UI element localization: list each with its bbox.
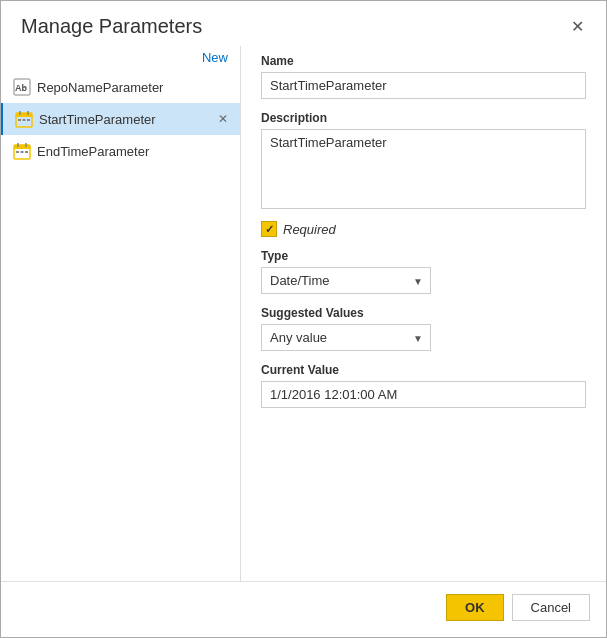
required-row: ✓ Required [261, 221, 586, 237]
type-select-wrapper: Date/Time Text Number True/False Binary … [261, 267, 431, 294]
svg-text:c: c [22, 85, 26, 92]
param-item-end[interactable]: EndTimeParameter [1, 135, 240, 167]
cancel-button[interactable]: Cancel [512, 594, 590, 621]
svg-rect-8 [23, 119, 26, 121]
left-panel: New Ab c RepoNameParameter [1, 46, 241, 581]
title-bar: Manage Parameters ✕ [1, 1, 606, 46]
type-label: Type [261, 249, 586, 263]
parameter-list: Ab c RepoNameParameter [1, 71, 240, 581]
svg-rect-9 [27, 119, 30, 121]
manage-parameters-dialog: Manage Parameters ✕ New Ab c [0, 0, 607, 638]
svg-rect-14 [16, 151, 19, 153]
current-value-group: Current Value [261, 363, 586, 408]
param-item-start[interactable]: StartTimeParameter ✕ [1, 103, 240, 135]
required-label: Required [283, 222, 336, 237]
abc-icon: Ab c [13, 78, 31, 96]
new-link-row: New [1, 46, 240, 71]
required-checkbox[interactable]: ✓ [261, 221, 277, 237]
dialog-title: Manage Parameters [21, 15, 202, 38]
name-label: Name [261, 54, 586, 68]
close-button[interactable]: ✕ [565, 17, 590, 37]
suggested-label: Suggested Values [261, 306, 586, 320]
description-input[interactable]: StartTimeParameter [261, 129, 586, 209]
suggested-select-wrapper: Any value List of values Query ▼ [261, 324, 431, 351]
svg-rect-4 [16, 113, 32, 117]
svg-rect-16 [25, 151, 28, 153]
ok-button[interactable]: OK [446, 594, 504, 621]
svg-rect-7 [18, 119, 21, 121]
svg-rect-11 [14, 145, 30, 149]
name-group: Name [261, 54, 586, 99]
dialog-footer: OK Cancel [1, 581, 606, 637]
description-label: Description [261, 111, 586, 125]
type-group: Type Date/Time Text Number True/False Bi… [261, 249, 586, 294]
svg-rect-15 [21, 151, 24, 153]
param-label-start: StartTimeParameter [39, 112, 210, 127]
description-group: Description StartTimeParameter [261, 111, 586, 209]
new-parameter-link[interactable]: New [202, 50, 228, 65]
calendar-icon-start [15, 110, 33, 128]
right-panel: Name Description StartTimeParameter ✓ Re… [241, 46, 606, 581]
name-input[interactable] [261, 72, 586, 99]
param-label-end: EndTimeParameter [37, 144, 230, 159]
current-value-input[interactable] [261, 381, 586, 408]
suggested-select[interactable]: Any value List of values Query [261, 324, 431, 351]
check-mark: ✓ [265, 224, 274, 235]
suggested-group: Suggested Values Any value List of value… [261, 306, 586, 351]
current-value-label: Current Value [261, 363, 586, 377]
param-label-repo: RepoNameParameter [37, 80, 230, 95]
calendar-icon-end [13, 142, 31, 160]
type-select[interactable]: Date/Time Text Number True/False Binary [261, 267, 431, 294]
dialog-body: New Ab c RepoNameParameter [1, 46, 606, 581]
param-item-repo[interactable]: Ab c RepoNameParameter [1, 71, 240, 103]
remove-start-button[interactable]: ✕ [216, 113, 230, 125]
